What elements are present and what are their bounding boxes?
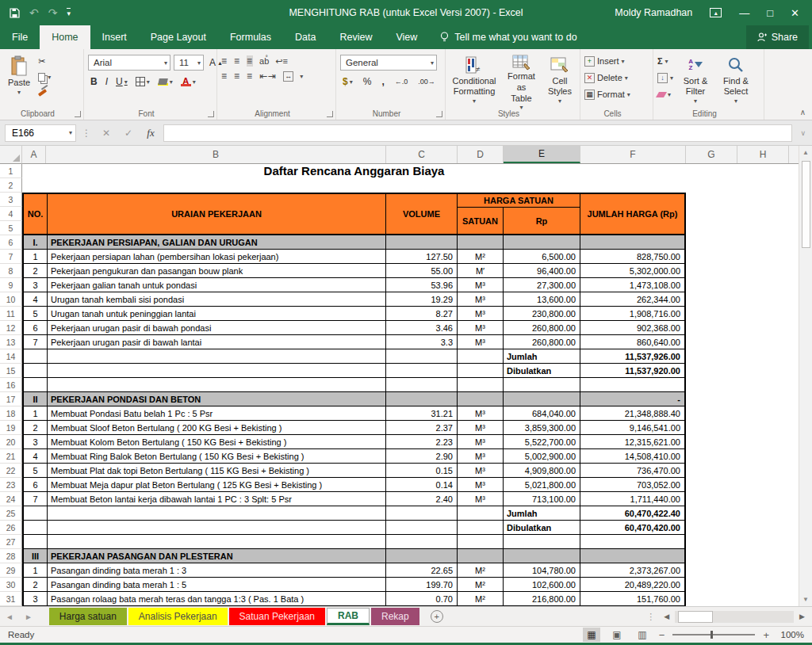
page-break-view-icon[interactable]: ▥ [634, 628, 651, 642]
header-harga-satuan[interactable]: HARGA SATUAN [458, 194, 580, 208]
header-satuan[interactable]: SATUAN [458, 208, 504, 234]
cell-C21[interactable]: 2.90 [386, 449, 458, 464]
cell-B28[interactable]: PEKERJAAN PASANGAN DAN PLESTERAN [48, 549, 386, 563]
sheet-nav-left-icon[interactable]: ◄ [0, 613, 19, 621]
cell-C19[interactable]: 2.37 [386, 421, 458, 435]
maximize-button[interactable]: □ [767, 8, 773, 18]
column-header-C[interactable]: C [386, 146, 458, 163]
cell-C8[interactable]: 55.00 [386, 264, 458, 278]
cell-E31[interactable]: 216,800.00 [504, 592, 580, 606]
cell-A21[interactable]: 4 [24, 449, 48, 464]
zoom-out-icon[interactable]: − [659, 629, 665, 641]
cell-B29[interactable]: Pasangan dinding bata merah 1 : 3 [48, 563, 386, 578]
find-select-button[interactable]: Find & Select▾ [718, 52, 754, 107]
normal-view-icon[interactable]: ▦ [583, 628, 600, 642]
cell-A31[interactable]: 3 [24, 592, 48, 606]
merge-center-icon[interactable]: ↔ [283, 71, 293, 82]
cell-F23[interactable]: 703,052.00 [580, 478, 686, 492]
wrap-text-icon[interactable]: ↩≡ [275, 56, 288, 67]
row-header-12[interactable]: 12 [0, 321, 22, 335]
italic-button[interactable]: I [103, 74, 110, 89]
cell-A28[interactable]: III [24, 549, 48, 563]
cell-F28[interactable] [580, 549, 686, 563]
cell-A7[interactable]: 1 [24, 250, 48, 264]
column-header-D[interactable]: D [458, 146, 504, 163]
cell-B24[interactable]: Membuat Beton lantai kerja dibawah lanta… [48, 492, 386, 506]
cell-C7[interactable]: 127.50 [386, 250, 458, 264]
cell-A22[interactable]: 5 [24, 464, 48, 478]
cell-C13[interactable]: 3.3 [386, 335, 458, 349]
row-header-1[interactable]: 1 [0, 164, 22, 178]
cell-F19[interactable]: 9,146,541.00 [580, 421, 686, 435]
cell-A27[interactable] [24, 535, 48, 549]
cell-E10[interactable]: 13,600.00 [504, 292, 580, 307]
row-header-14[interactable]: 14 [0, 349, 22, 364]
cell-E13[interactable]: 260,800.00 [504, 335, 580, 349]
cell-E29[interactable]: 104,780.00 [504, 563, 580, 578]
cell-B26[interactable] [48, 521, 386, 535]
column-header-A[interactable]: A [22, 146, 46, 163]
cell-A10[interactable]: 4 [24, 292, 48, 307]
cell-F20[interactable]: 12,315,621.00 [580, 435, 686, 449]
cell-A16[interactable] [24, 378, 48, 392]
scroll-right-icon[interactable]: ▶ [795, 613, 809, 620]
cell-B7[interactable]: Pekerjaan persiapan lahan (pembersihan l… [48, 250, 386, 264]
cell-D27[interactable] [458, 535, 504, 549]
scroll-up-icon[interactable]: ▲ [799, 146, 812, 159]
cell-B9[interactable]: Pekerjaan galian tanah untuk pondasi [48, 278, 386, 292]
cell-A29[interactable]: 1 [24, 563, 48, 578]
cell-F7[interactable]: 828,750.00 [580, 250, 686, 264]
page-layout-view-icon[interactable]: ▣ [608, 628, 626, 642]
cell-E26[interactable]: Dibulatkan [504, 521, 580, 535]
cell-E6[interactable] [504, 235, 580, 250]
cell-B19[interactable]: Membuat Sloof Beton Bertulang ( 200 KG B… [48, 421, 386, 435]
cell-C31[interactable]: 0.70 [386, 592, 458, 606]
cell-F9[interactable]: 1,473,108.00 [580, 278, 686, 292]
percent-style-button[interactable]: % [361, 74, 374, 89]
alignment-dialog-launcher[interactable] [327, 111, 333, 117]
cell-C12[interactable]: 3.46 [386, 321, 458, 335]
cell-F25[interactable]: 60,470,422.40 [580, 506, 686, 521]
row-header-23[interactable]: 23 [0, 478, 22, 492]
formula-input[interactable] [163, 124, 792, 142]
cell-E25[interactable]: Jumlah [504, 506, 580, 521]
cell-C28[interactable] [386, 549, 458, 563]
cell-E24[interactable]: 713,100.00 [504, 492, 580, 506]
row-header-7[interactable]: 7 [0, 250, 22, 264]
cell-E28[interactable] [504, 549, 580, 563]
sheet-tab-rekap[interactable]: Rekap [371, 608, 419, 625]
cell-D10[interactable]: M³ [458, 292, 504, 307]
cell-B13[interactable]: Pekerjaan urugan pasir di bawah lantai [48, 335, 386, 349]
cell-E14[interactable]: Jumlah [504, 349, 580, 364]
cell-C22[interactable]: 0.15 [386, 464, 458, 478]
name-box-splitter[interactable]: ⋮ [79, 128, 94, 139]
cell-F15[interactable]: 11,537,920.00 [580, 364, 686, 378]
cell-E8[interactable]: 96,400.00 [504, 264, 580, 278]
sort-filter-button[interactable]: AZ Sort & Filter▾ [677, 52, 714, 107]
align-bottom-icon[interactable]: ≡ [247, 55, 253, 67]
align-top-icon[interactable]: ≡ [221, 55, 228, 67]
row-header-25[interactable]: 25 [0, 506, 22, 521]
cell-A17[interactable]: II [24, 392, 48, 406]
scroll-down-icon[interactable]: ▼ [799, 593, 812, 606]
header-jumlah-harga[interactable]: JUMLAH HARGA (Rp) [580, 194, 684, 234]
cell-D28[interactable] [458, 549, 504, 563]
row-header-22[interactable]: 22 [0, 464, 22, 478]
row-header-21[interactable]: 21 [0, 449, 22, 464]
number-format-select[interactable]: General▾ [340, 55, 437, 71]
cell-F11[interactable]: 1,908,716.00 [580, 307, 686, 321]
font-size-select[interactable]: 11▾ [174, 55, 204, 71]
row-header-24[interactable]: 24 [0, 492, 22, 506]
cell-D24[interactable]: M³ [458, 492, 504, 506]
cell-F30[interactable]: 20,489,220.00 [580, 578, 686, 592]
minimize-button[interactable]: — [739, 8, 749, 18]
insert-cells-button[interactable]: +Insert▾ [584, 55, 630, 67]
user-name[interactable]: Moldy Ramadhan [615, 7, 692, 18]
cell-D8[interactable]: M′ [458, 264, 504, 278]
cell-C11[interactable]: 8.27 [386, 307, 458, 321]
cut-button[interactable]: ✂ [38, 55, 51, 67]
cell-B15[interactable] [48, 364, 386, 378]
cell-F22[interactable]: 736,470.00 [580, 464, 686, 478]
tab-home[interactable]: Home [40, 25, 90, 49]
row-header-27[interactable]: 27 [0, 535, 22, 549]
